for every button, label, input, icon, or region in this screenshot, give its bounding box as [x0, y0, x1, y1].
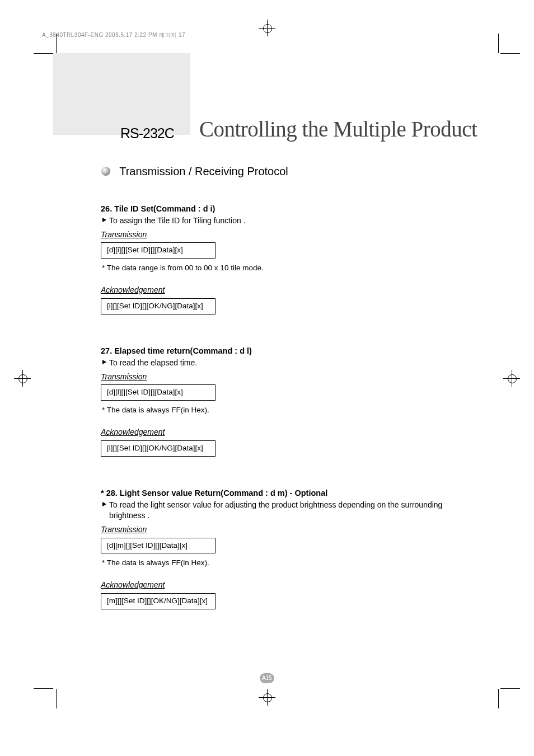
crop-mark: [56, 689, 57, 708]
page-title: Controlling the Multiple Product: [199, 116, 477, 142]
sphere-bullet-icon: [101, 166, 111, 176]
title-block: RS-232C Controlling the Multiple Product: [53, 53, 481, 148]
transmission-label: Transmission: [101, 372, 458, 383]
command-block-27: 27. Elapsed time return(Command : d l) T…: [101, 345, 458, 457]
grey-box: [53, 53, 190, 135]
transmission-note: * The data is always FF(in Hex).: [102, 558, 458, 569]
page-number: A15: [260, 673, 274, 683]
command-desc-text: To assign the Tile ID for Tiling functio…: [109, 216, 246, 225]
command-desc: To read the elapsed time.: [101, 358, 458, 369]
ack-box: [i][][Set ID][][OK/NG][Data][x]: [101, 298, 216, 314]
crop-mark: [498, 34, 499, 53]
section-header-text: Transmission / Receiving Protocol: [119, 165, 288, 177]
rs232c-label: RS-232C: [120, 125, 174, 142]
command-title: * 28. Light Sensor value Return(Command …: [101, 487, 458, 499]
ack-label: Acknowledgement: [101, 580, 458, 591]
registration-mark-icon: [261, 22, 273, 34]
ack-label: Acknowledgement: [101, 285, 458, 296]
transmission-note: * The data range is from 00 to 00 x 10 t…: [102, 263, 458, 274]
transmission-box: [d][l][][Set ID][][Data][x]: [101, 384, 216, 401]
document-header-meta: A_3840TRL304F-ENG 2005.5.17 2:22 PM 페이지 …: [42, 31, 185, 39]
command-desc-text: To read the light sensor value for adjus…: [109, 500, 442, 520]
command-block-28: * 28. Light Sensor value Return(Command …: [101, 487, 458, 609]
command-title: 26. Tile ID Set(Command : d i): [101, 203, 458, 214]
registration-mark-icon: [261, 692, 273, 703]
transmission-box: [d][i][][Set ID][][Data][x]: [101, 242, 216, 259]
triangle-icon: [102, 502, 106, 506]
crop-mark: [498, 689, 499, 708]
page-content: RS-232C Controlling the Multiple Product…: [53, 53, 481, 683]
command-desc: To assign the Tile ID for Tiling functio…: [101, 215, 458, 227]
transmission-label: Transmission: [101, 524, 458, 536]
command-block-26: 26. Tile ID Set(Command : d i) To assign…: [101, 203, 458, 314]
crop-mark: [500, 688, 520, 689]
content-body: 26. Tile ID Set(Command : d i) To assign…: [101, 203, 458, 609]
svg-point-0: [101, 167, 110, 176]
crop-mark: [34, 53, 53, 54]
command-desc: To read the light sensor value for adjus…: [101, 500, 458, 522]
transmission-label: Transmission: [101, 229, 458, 241]
ack-box: [m][][Set ID][][OK/NG][Data][x]: [101, 593, 216, 609]
command-desc-text: To read the elapsed time.: [109, 358, 197, 367]
registration-mark-icon: [506, 373, 517, 384]
registration-mark-icon: [17, 373, 28, 384]
ack-box: [l][][Set ID][][OK/NG][Data][x]: [101, 440, 216, 457]
crop-mark: [34, 688, 53, 689]
transmission-note: * The data is always FF(in Hex).: [102, 405, 458, 416]
triangle-icon: [102, 218, 106, 222]
crop-mark: [500, 53, 520, 54]
command-title: 27. Elapsed time return(Command : d l): [101, 345, 458, 356]
section-header: Transmission / Receiving Protocol: [101, 165, 481, 178]
ack-label: Acknowledgement: [101, 427, 458, 438]
triangle-icon: [102, 360, 106, 364]
transmission-box: [d][m][][Set ID][][Data][x]: [101, 538, 216, 554]
